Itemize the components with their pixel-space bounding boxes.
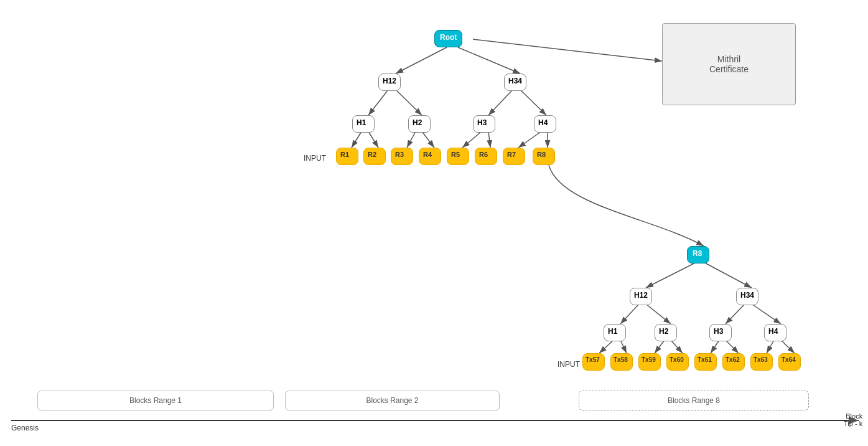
blocks-range-2-label: Blocks Range 2 bbox=[366, 396, 418, 405]
blocks-range-2: Blocks Range 2 bbox=[285, 391, 500, 410]
svg-line-5 bbox=[368, 90, 388, 115]
h2-top-node: H2 bbox=[408, 115, 431, 133]
r1-node: R1 bbox=[336, 148, 358, 165]
h34-bottom-node: H34 bbox=[736, 288, 758, 305]
blocks-range-1: Blocks Range 1 bbox=[37, 391, 274, 410]
svg-line-3 bbox=[458, 47, 520, 74]
tx59-node: Tx59 bbox=[638, 353, 661, 371]
h1-top-node: H1 bbox=[352, 115, 375, 133]
svg-line-27 bbox=[711, 340, 719, 353]
svg-line-13 bbox=[462, 131, 482, 148]
r5-node: R5 bbox=[447, 148, 469, 165]
certificate-label: Mithril Certificate bbox=[709, 54, 749, 74]
svg-line-4 bbox=[473, 39, 662, 61]
blocks-range-1-label: Blocks Range 1 bbox=[129, 396, 182, 405]
tx63-node: Tx63 bbox=[750, 353, 773, 371]
svg-line-8 bbox=[520, 90, 546, 115]
svg-line-19 bbox=[620, 304, 639, 324]
r3-node: R3 bbox=[391, 148, 413, 165]
root-node: Root bbox=[434, 30, 462, 47]
r8-bottom-node: R8 bbox=[687, 246, 709, 263]
svg-line-10 bbox=[368, 131, 378, 148]
h4-top-node: H4 bbox=[534, 115, 556, 133]
svg-line-23 bbox=[599, 340, 614, 353]
blocks-range-8: Blocks Range 8 bbox=[579, 391, 809, 410]
certificate-box: Mithril Certificate bbox=[662, 23, 796, 105]
h12-top-label: H12 bbox=[378, 74, 401, 91]
svg-line-28 bbox=[726, 340, 739, 353]
input-label-bottom: INPUT bbox=[558, 360, 580, 369]
svg-line-20 bbox=[646, 304, 671, 324]
svg-line-25 bbox=[655, 340, 665, 353]
tx61-node: Tx61 bbox=[694, 353, 717, 371]
svg-line-15 bbox=[518, 131, 541, 148]
h3-top-node: H3 bbox=[473, 115, 495, 133]
tip-label: BlockTip - k bbox=[844, 412, 862, 427]
svg-line-22 bbox=[752, 304, 781, 324]
r7-node: R7 bbox=[503, 148, 525, 165]
r4-node: R4 bbox=[419, 148, 441, 165]
svg-line-18 bbox=[704, 262, 752, 288]
h34-top-node: H34 bbox=[504, 74, 526, 91]
blocks-range-8-label: Blocks Range 8 bbox=[668, 396, 720, 405]
h4-bottom-node: H4 bbox=[764, 324, 786, 341]
h34-top-label: H34 bbox=[504, 74, 526, 91]
svg-line-11 bbox=[407, 131, 416, 148]
h12-bottom-node: H12 bbox=[630, 288, 652, 305]
h3-bottom-node: H3 bbox=[709, 324, 732, 341]
r8-top-node: R8 bbox=[533, 148, 555, 165]
tx64-node: Tx64 bbox=[778, 353, 801, 371]
svg-line-26 bbox=[671, 340, 683, 353]
svg-line-21 bbox=[726, 304, 745, 324]
svg-line-29 bbox=[767, 340, 774, 353]
h12-top-node: H12 bbox=[378, 74, 401, 91]
svg-line-9 bbox=[352, 131, 362, 148]
h1-bottom-node: H1 bbox=[604, 324, 626, 341]
tx57-node: Tx57 bbox=[582, 353, 605, 371]
svg-line-30 bbox=[781, 340, 795, 353]
h2-bottom-node: H2 bbox=[655, 324, 677, 341]
svg-line-7 bbox=[488, 90, 513, 115]
r6-node: R6 bbox=[475, 148, 497, 165]
svg-line-14 bbox=[488, 131, 490, 148]
svg-line-17 bbox=[646, 262, 696, 288]
svg-line-2 bbox=[396, 47, 447, 74]
svg-line-24 bbox=[620, 340, 627, 353]
r2-node: R2 bbox=[363, 148, 386, 165]
genesis-label: Genesis bbox=[11, 424, 39, 432]
svg-line-6 bbox=[396, 90, 422, 115]
tx60-node: Tx60 bbox=[666, 353, 689, 371]
root-node-label: Root bbox=[434, 30, 462, 47]
svg-line-12 bbox=[422, 131, 434, 148]
tx62-node: Tx62 bbox=[722, 353, 745, 371]
tx58-node: Tx58 bbox=[610, 353, 633, 371]
input-label-top: INPUT bbox=[304, 154, 326, 163]
